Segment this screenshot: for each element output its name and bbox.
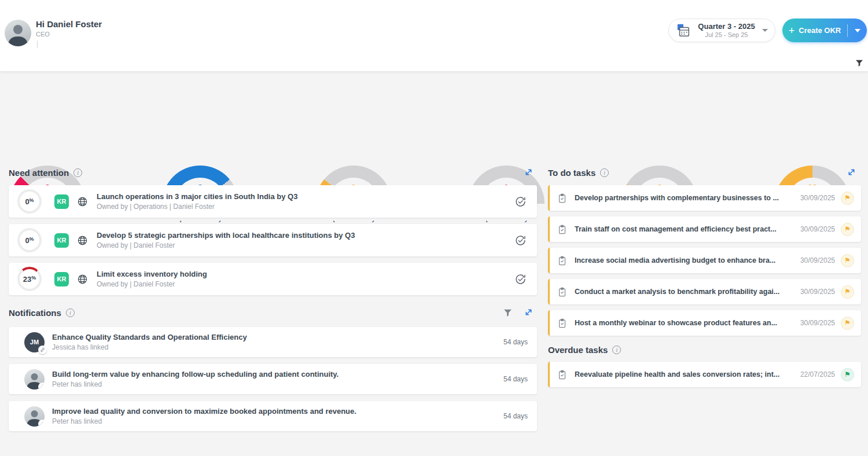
task-due-date: 30/09/2025	[800, 288, 835, 296]
task-title: Train staff on cost management and effic…	[575, 225, 796, 233]
notifications-header: Notifications i	[9, 308, 75, 318]
avatar	[24, 369, 45, 389]
globe-icon	[77, 196, 88, 207]
checkin-icon[interactable]	[514, 234, 527, 247]
need-attention-item[interactable]: 23% KR Limit excess inventory holding Ow…	[9, 263, 537, 295]
info-icon[interactable]: i	[73, 168, 82, 177]
task-title: Develop partnerships with complementary …	[575, 194, 796, 202]
kr-title: Develop 5 strategic partnerships with lo…	[97, 231, 514, 240]
period-title: Quarter 3 - 2025	[691, 22, 762, 31]
task-due-date: 30/09/2025	[800, 319, 835, 327]
clipboard-check-icon	[557, 193, 567, 203]
user-avatar[interactable]	[5, 20, 31, 46]
notifications-filter-icon[interactable]	[503, 308, 513, 318]
clipboard-check-icon	[557, 225, 567, 234]
notification-subtitle: Peter has linked	[52, 417, 503, 425]
clipboard-check-icon	[557, 370, 567, 380]
flag-icon[interactable]: ⚑	[841, 192, 854, 205]
flag-icon[interactable]: ⚑	[841, 368, 854, 381]
globe-icon	[77, 235, 88, 246]
checkin-icon[interactable]	[514, 273, 527, 285]
expand-icon[interactable]	[524, 167, 534, 177]
task-title: Host a monthly webinar to showcase produ…	[575, 319, 796, 327]
chevron-down-icon	[762, 29, 768, 32]
flag-icon[interactable]: ⚑	[841, 223, 854, 236]
flag-icon[interactable]: ⚑	[841, 285, 854, 299]
notification-item[interactable]: Build long-term value by enhancing follo…	[9, 364, 537, 394]
plus-icon: +	[789, 25, 795, 36]
avatar: JM	[24, 332, 45, 352]
overdue-tasks-header: Overdue tasks i	[548, 345, 621, 355]
clipboard-check-icon	[557, 256, 567, 266]
page-bottom-strip	[0, 456, 868, 463]
info-icon[interactable]: i	[600, 168, 609, 177]
divider	[37, 41, 38, 48]
filter-icon[interactable]	[855, 58, 864, 68]
clipboard-check-icon	[557, 287, 567, 297]
create-okr-label: Create OKR	[799, 26, 841, 35]
expand-icon[interactable]	[847, 167, 856, 177]
create-okr-dropdown[interactable]	[848, 29, 867, 32]
progress-ring: 23%	[17, 267, 42, 291]
person-photo-icon	[5, 20, 31, 46]
notification-title: Build long-term value by enhancing follo…	[52, 370, 503, 379]
create-okr-button[interactable]: + Create OKR	[782, 19, 867, 42]
notification-age: 54 days	[503, 375, 528, 383]
notification-title: Enhance Quality Standards and Operationa…	[52, 333, 503, 341]
notification-item[interactable]: Improve lead quality and conversion to m…	[9, 401, 537, 431]
todo-task-item[interactable]: Develop partnerships with complementary …	[548, 185, 861, 211]
section-title: Notifications	[9, 308, 61, 318]
calendar-quarter-icon	[676, 23, 691, 38]
task-due-date: 30/09/2025	[800, 194, 835, 202]
kr-owner: Owned by | Daniel Foster	[97, 241, 514, 249]
notification-title: Improve lead quality and conversion to m…	[52, 407, 503, 416]
overdue-task-item[interactable]: Reevaluate pipeline health and sales con…	[548, 362, 861, 387]
task-title: Reevaluate pipeline health and sales con…	[575, 370, 796, 379]
progress-ring: 0%	[17, 228, 42, 252]
period-range: Jul 25 - Sep 25	[691, 31, 762, 39]
kr-title: Launch operations in 3 major cities in S…	[97, 192, 514, 201]
notification-item[interactable]: JM Enhance Quality Standards and Operati…	[9, 327, 537, 357]
link-icon	[38, 420, 45, 427]
kr-badge: KR	[54, 233, 69, 248]
notification-subtitle: Peter has linked	[52, 380, 503, 388]
need-attention-item[interactable]: 0% KR Launch operations in 3 major citie…	[9, 185, 537, 218]
task-title: Increase social media advertising budget…	[575, 256, 796, 264]
user-role: CEO	[36, 31, 50, 38]
todo-task-item[interactable]: Train staff on cost management and effic…	[548, 216, 861, 242]
notification-subtitle: Jessica has linked	[52, 343, 503, 351]
todo-task-item[interactable]: Host a monthly webinar to showcase produ…	[548, 310, 861, 336]
kr-badge: KR	[54, 194, 69, 209]
dashboard-content: 6 Total OKRs 8 On track Key-results 2 Be…	[0, 71, 868, 456]
task-due-date: 30/09/2025	[800, 256, 835, 264]
greeting-text: Hi Daniel Foster	[36, 19, 102, 29]
flag-icon[interactable]: ⚑	[841, 254, 854, 267]
kr-badge: KR	[54, 272, 69, 286]
task-due-date: 30/09/2025	[800, 225, 835, 233]
info-icon[interactable]: i	[612, 346, 621, 354]
expand-icon[interactable]	[524, 307, 534, 317]
notification-age: 54 days	[503, 412, 528, 420]
need-attention-header: Need attention i	[9, 168, 82, 178]
period-selector[interactable]: Quarter 3 - 2025 Jul 25 - Sep 25	[668, 19, 775, 42]
todo-task-item[interactable]: Conduct a market analysis to benchmark p…	[548, 279, 861, 304]
section-title: To do tasks	[548, 168, 595, 178]
notification-age: 54 days	[503, 338, 528, 346]
caret-down-icon	[855, 29, 860, 32]
globe-icon	[77, 274, 88, 285]
kr-owner: Owned by | Daniel Foster	[97, 280, 514, 288]
todo-task-item[interactable]: Increase social media advertising budget…	[548, 248, 861, 273]
kr-owner: Owned by | Operations | Daniel Foster	[97, 203, 514, 211]
link-icon	[38, 346, 47, 354]
need-attention-item[interactable]: 0% KR Develop 5 strategic partnerships w…	[9, 224, 537, 256]
top-bar: Hi Daniel Foster CEO Quarter 3 - 2025 Ju…	[0, 0, 868, 71]
flag-icon[interactable]: ⚑	[841, 317, 854, 330]
info-icon[interactable]: i	[66, 308, 75, 317]
checkin-icon[interactable]	[514, 196, 527, 208]
progress-ring: 0%	[17, 189, 42, 214]
task-title: Conduct a market analysis to benchmark p…	[575, 288, 796, 296]
clipboard-check-icon	[557, 318, 567, 328]
task-due-date: 22/07/2025	[800, 370, 835, 379]
kr-title: Limit excess inventory holding	[97, 270, 514, 278]
todo-tasks-header: To do tasks i	[548, 168, 609, 178]
